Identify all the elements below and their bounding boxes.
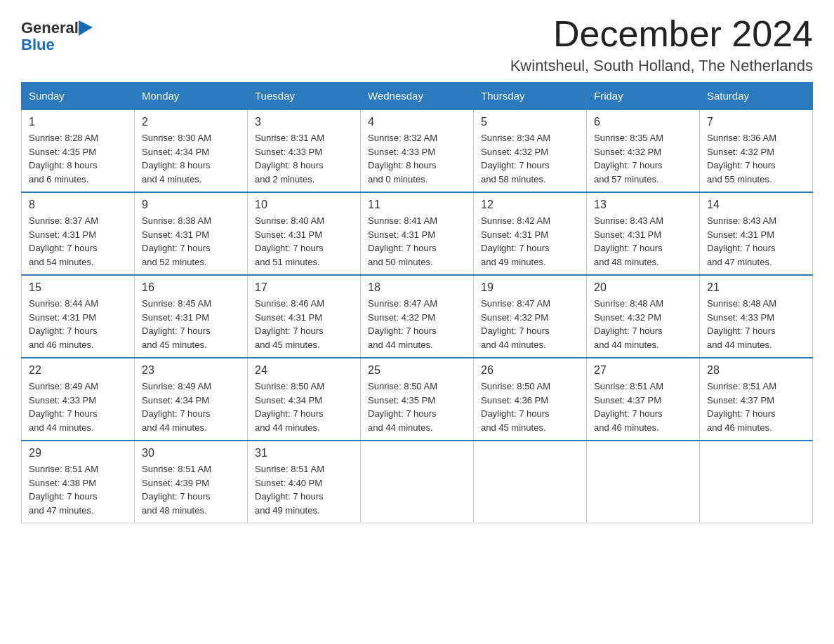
calendar-cell: 10 Sunrise: 8:40 AMSunset: 4:31 PMDaylig… [248, 192, 361, 275]
day-info: Sunrise: 8:51 AMSunset: 4:37 PMDaylight:… [594, 380, 692, 434]
calendar-cell: 17 Sunrise: 8:46 AMSunset: 4:31 PMDaylig… [248, 275, 361, 358]
day-number: 27 [594, 364, 692, 377]
day-info: Sunrise: 8:48 AMSunset: 4:32 PMDaylight:… [594, 297, 692, 351]
day-number: 17 [255, 281, 353, 294]
title-section: December 2024 Kwintsheul, South Holland,… [510, 14, 813, 75]
day-number: 26 [481, 364, 579, 377]
calendar-cell: 9 Sunrise: 8:38 AMSunset: 4:31 PMDayligh… [135, 192, 248, 275]
logo-triangle-icon [79, 20, 93, 36]
day-info: Sunrise: 8:47 AMSunset: 4:32 PMDaylight:… [481, 297, 579, 351]
day-info: Sunrise: 8:51 AMSunset: 4:37 PMDaylight:… [707, 380, 805, 434]
day-info: Sunrise: 8:50 AMSunset: 4:36 PMDaylight:… [481, 380, 579, 434]
day-number: 4 [368, 116, 466, 128]
calendar-cell: 8 Sunrise: 8:37 AMSunset: 4:31 PMDayligh… [22, 192, 135, 275]
day-info: Sunrise: 8:30 AMSunset: 4:34 PMDaylight:… [142, 131, 240, 186]
calendar-cell: 4 Sunrise: 8:32 AMSunset: 4:33 PMDayligh… [361, 109, 474, 192]
day-number: 30 [142, 447, 240, 459]
day-info: Sunrise: 8:51 AMSunset: 4:39 PMDaylight:… [142, 462, 240, 517]
calendar-cell: 23 Sunrise: 8:49 AMSunset: 4:34 PMDaylig… [135, 358, 248, 441]
day-info: Sunrise: 8:31 AMSunset: 4:33 PMDaylight:… [255, 131, 353, 186]
logo-general-text: General [21, 20, 79, 36]
day-number: 19 [481, 281, 579, 294]
calendar-cell: 11 Sunrise: 8:41 AMSunset: 4:31 PMDaylig… [361, 192, 474, 275]
week-row-5: 29 Sunrise: 8:51 AMSunset: 4:38 PMDaylig… [22, 441, 813, 523]
calendar-cell: 27 Sunrise: 8:51 AMSunset: 4:37 PMDaylig… [587, 358, 700, 441]
day-number: 3 [255, 116, 353, 128]
calendar-cell [587, 441, 700, 523]
calendar-cell: 25 Sunrise: 8:50 AMSunset: 4:35 PMDaylig… [361, 358, 474, 441]
calendar-cell [474, 441, 587, 523]
calendar-cell: 21 Sunrise: 8:48 AMSunset: 4:33 PMDaylig… [700, 275, 813, 358]
weekday-header-sunday: Sunday [22, 83, 135, 110]
weekday-header-row: SundayMondayTuesdayWednesdayThursdayFrid… [22, 83, 813, 110]
calendar-cell: 2 Sunrise: 8:30 AMSunset: 4:34 PMDayligh… [135, 109, 248, 192]
day-number: 5 [481, 116, 579, 128]
week-row-4: 22 Sunrise: 8:49 AMSunset: 4:33 PMDaylig… [22, 358, 813, 441]
day-number: 21 [707, 281, 805, 294]
weekday-header-tuesday: Tuesday [248, 83, 361, 110]
calendar-cell: 19 Sunrise: 8:47 AMSunset: 4:32 PMDaylig… [474, 275, 587, 358]
calendar-cell: 14 Sunrise: 8:43 AMSunset: 4:31 PMDaylig… [700, 192, 813, 275]
day-info: Sunrise: 8:47 AMSunset: 4:32 PMDaylight:… [368, 297, 466, 351]
day-number: 8 [29, 199, 127, 211]
calendar-cell: 26 Sunrise: 8:50 AMSunset: 4:36 PMDaylig… [474, 358, 587, 441]
day-number: 25 [368, 364, 466, 377]
calendar-cell: 7 Sunrise: 8:36 AMSunset: 4:32 PMDayligh… [700, 109, 813, 192]
day-info: Sunrise: 8:36 AMSunset: 4:32 PMDaylight:… [707, 131, 805, 186]
location-subtitle: Kwintsheul, South Holland, The Netherlan… [510, 57, 813, 75]
day-number: 13 [594, 199, 692, 211]
weekday-header-monday: Monday [135, 83, 248, 110]
logo: General Blue [21, 20, 93, 53]
day-info: Sunrise: 8:49 AMSunset: 4:33 PMDaylight:… [29, 380, 127, 434]
calendar-cell: 18 Sunrise: 8:47 AMSunset: 4:32 PMDaylig… [361, 275, 474, 358]
page-header: General Blue December 2024 Kwintsheul, S… [21, 14, 813, 75]
day-info: Sunrise: 8:43 AMSunset: 4:31 PMDaylight:… [594, 214, 692, 269]
day-number: 23 [142, 364, 240, 377]
day-number: 7 [707, 116, 805, 128]
day-number: 2 [142, 116, 240, 128]
day-info: Sunrise: 8:50 AMSunset: 4:35 PMDaylight:… [368, 380, 466, 434]
day-number: 16 [142, 281, 240, 294]
day-number: 20 [594, 281, 692, 294]
day-number: 10 [255, 199, 353, 211]
calendar-cell: 15 Sunrise: 8:44 AMSunset: 4:31 PMDaylig… [22, 275, 135, 358]
day-info: Sunrise: 8:38 AMSunset: 4:31 PMDaylight:… [142, 214, 240, 269]
calendar-cell [700, 441, 813, 523]
day-info: Sunrise: 8:48 AMSunset: 4:33 PMDaylight:… [707, 297, 805, 351]
weekday-header-saturday: Saturday [700, 83, 813, 110]
weekday-header-thursday: Thursday [474, 83, 587, 110]
calendar-cell [361, 441, 474, 523]
day-number: 31 [255, 447, 353, 459]
day-info: Sunrise: 8:51 AMSunset: 4:38 PMDaylight:… [29, 462, 127, 517]
calendar-cell: 30 Sunrise: 8:51 AMSunset: 4:39 PMDaylig… [135, 441, 248, 523]
day-number: 24 [255, 364, 353, 377]
day-info: Sunrise: 8:51 AMSunset: 4:40 PMDaylight:… [255, 462, 353, 517]
calendar-cell: 6 Sunrise: 8:35 AMSunset: 4:32 PMDayligh… [587, 109, 700, 192]
day-info: Sunrise: 8:42 AMSunset: 4:31 PMDaylight:… [481, 214, 579, 269]
day-info: Sunrise: 8:50 AMSunset: 4:34 PMDaylight:… [255, 380, 353, 434]
day-info: Sunrise: 8:43 AMSunset: 4:31 PMDaylight:… [707, 214, 805, 269]
weekday-header-friday: Friday [587, 83, 700, 110]
calendar-cell: 16 Sunrise: 8:45 AMSunset: 4:31 PMDaylig… [135, 275, 248, 358]
svg-marker-0 [79, 20, 93, 36]
calendar-cell: 29 Sunrise: 8:51 AMSunset: 4:38 PMDaylig… [22, 441, 135, 523]
day-info: Sunrise: 8:40 AMSunset: 4:31 PMDaylight:… [255, 214, 353, 269]
day-number: 6 [594, 116, 692, 128]
day-number: 15 [29, 281, 127, 294]
day-info: Sunrise: 8:45 AMSunset: 4:31 PMDaylight:… [142, 297, 240, 351]
calendar-cell: 3 Sunrise: 8:31 AMSunset: 4:33 PMDayligh… [248, 109, 361, 192]
logo-blue-text: Blue [21, 36, 93, 53]
day-number: 29 [29, 447, 127, 459]
day-number: 11 [368, 199, 466, 211]
calendar-table: SundayMondayTuesdayWednesdayThursdayFrid… [21, 82, 813, 523]
day-number: 14 [707, 199, 805, 211]
calendar-cell: 31 Sunrise: 8:51 AMSunset: 4:40 PMDaylig… [248, 441, 361, 523]
day-info: Sunrise: 8:46 AMSunset: 4:31 PMDaylight:… [255, 297, 353, 351]
day-info: Sunrise: 8:35 AMSunset: 4:32 PMDaylight:… [594, 131, 692, 186]
calendar-cell: 24 Sunrise: 8:50 AMSunset: 4:34 PMDaylig… [248, 358, 361, 441]
calendar-cell: 13 Sunrise: 8:43 AMSunset: 4:31 PMDaylig… [587, 192, 700, 275]
day-info: Sunrise: 8:44 AMSunset: 4:31 PMDaylight:… [29, 297, 127, 351]
weekday-header-wednesday: Wednesday [361, 83, 474, 110]
day-number: 28 [707, 364, 805, 377]
day-info: Sunrise: 8:37 AMSunset: 4:31 PMDaylight:… [29, 214, 127, 269]
